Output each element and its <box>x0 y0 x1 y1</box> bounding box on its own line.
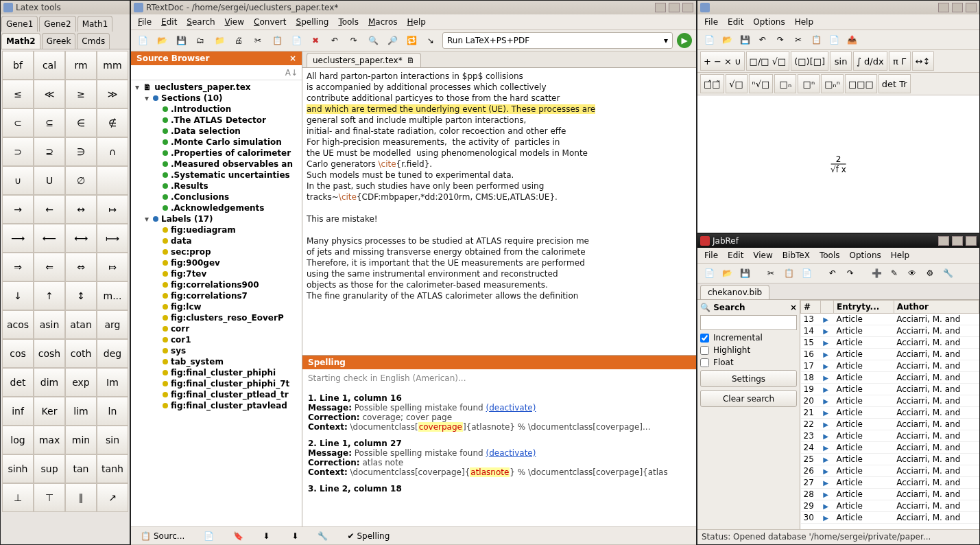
symbol-button[interactable]: ∋ <box>65 137 97 166</box>
symbol-button[interactable]: ≪ <box>34 80 65 108</box>
copy-icon[interactable]: 📋 <box>781 266 796 281</box>
symbol-button[interactable]: ↕ <box>65 281 97 310</box>
formula-symbol-button[interactable]: √□ <box>726 74 748 93</box>
symbol-button[interactable]: ⇒ <box>2 253 34 281</box>
symbol-button[interactable]: m... <box>97 281 128 310</box>
tree-item[interactable]: corr <box>134 323 302 334</box>
undo-icon[interactable]: ↶ <box>327 33 342 48</box>
minimize-button[interactable] <box>655 3 666 12</box>
open-icon[interactable]: 📂 <box>719 266 734 281</box>
tree-item[interactable]: .Data selection <box>134 126 302 137</box>
formula-canvas[interactable]: 2 √f x <box>697 95 979 233</box>
menu-bibtex[interactable]: BibTeX <box>778 249 814 262</box>
file-tab[interactable]: ueclusters_paper.tex* 🗎 <box>307 53 421 67</box>
menu-help[interactable]: Help <box>887 249 913 262</box>
float-checkbox[interactable]: Float <box>700 358 797 367</box>
save-icon[interactable]: 💾 <box>737 266 752 281</box>
add-entry-icon[interactable]: ➕ <box>869 266 884 281</box>
symbol-button[interactable]: asin <box>34 310 65 339</box>
symbol-button[interactable]: ↗ <box>97 483 128 512</box>
table-row[interactable]: 23ArticleAcciarri, M. and <box>801 430 979 442</box>
formula-symbol-button[interactable]: □ⁿ <box>798 74 820 93</box>
bib-tab[interactable]: chekanov.bib <box>700 285 769 299</box>
open-file-icon[interactable]: 📂 <box>154 33 169 48</box>
table-row[interactable]: 13ArticleAcciarri, M. and <box>801 314 979 325</box>
menu-edit[interactable]: Edit <box>157 16 181 28</box>
jabref-table[interactable]: #Entryty...Author13ArticleAcciarri, M. a… <box>800 300 979 529</box>
table-row[interactable]: 24ArticleAcciarri, M. and <box>801 442 979 454</box>
tab-math2[interactable]: Math2 <box>1 33 40 49</box>
column-header[interactable]: Entryty... <box>833 301 894 314</box>
save-icon[interactable]: 💾 <box>174 33 189 48</box>
formula-titlebar[interactable] <box>697 1 979 14</box>
symbol-button[interactable]: ≥ <box>65 80 97 108</box>
tree-item[interactable]: fig:900gev <box>134 257 302 268</box>
tree-item[interactable]: sys <box>134 345 302 356</box>
symbol-button[interactable]: log <box>2 426 34 454</box>
bottom-tab-2[interactable]: 📄 <box>200 529 218 543</box>
tree-item[interactable]: ▾Labels (17) <box>134 213 302 224</box>
menu-file[interactable]: File <box>134 16 156 28</box>
tree-item[interactable]: .Acknowledgements <box>134 202 302 213</box>
tree-item[interactable]: .The ATLAS Detector <box>134 115 302 126</box>
symbol-button[interactable]: ← <box>34 195 65 224</box>
formula-symbol-button[interactable]: det Tr <box>879 74 911 93</box>
paste-icon[interactable]: 📄 <box>289 33 304 48</box>
menu-macros[interactable]: Macros <box>364 16 402 28</box>
menu-edit[interactable]: Edit <box>724 249 748 262</box>
symbol-button[interactable]: ⊆ <box>34 108 65 137</box>
cut-icon[interactable]: ✂ <box>791 32 806 47</box>
tree-item[interactable]: .Results <box>134 181 302 192</box>
bottom-tab-source[interactable]: 📋 Sourc... <box>136 529 189 543</box>
tree-item[interactable]: fig:final_cluster_phiphi_7t <box>134 378 302 389</box>
save-all-icon[interactable]: 🗂 <box>193 33 208 48</box>
formula-symbol-button[interactable]: ↔↕ <box>912 51 934 71</box>
symbol-button[interactable]: exp <box>65 368 97 397</box>
rtextdoc-menubar[interactable]: FileEditSearchViewConvertSpellingToolsMa… <box>131 14 696 30</box>
tree-item[interactable]: fig:final_cluster_phiphi <box>134 367 302 378</box>
column-header[interactable] <box>820 301 833 314</box>
cut-icon[interactable]: ✂ <box>250 33 265 48</box>
symbol-button[interactable]: deg <box>97 339 128 368</box>
symbol-button[interactable]: Ker <box>34 397 65 426</box>
tree-item[interactable]: fig:final_cluster_ptavlead <box>134 400 302 411</box>
symbol-button[interactable]: ⟷ <box>65 224 97 253</box>
symbol-button[interactable]: arg <box>97 310 128 339</box>
symbol-button[interactable]: bf <box>2 51 34 80</box>
run-button[interactable]: ▶ <box>677 33 692 48</box>
symbol-button[interactable]: ↔ <box>65 195 97 224</box>
column-header[interactable]: Author <box>894 301 979 314</box>
incremental-checkbox[interactable]: Incremental <box>700 333 797 343</box>
copy-icon[interactable]: 📋 <box>270 33 285 48</box>
table-row[interactable]: 30ArticleAcciarri, M. and <box>801 512 979 524</box>
formula-symbol-button[interactable]: □/□ √□ <box>746 51 790 71</box>
symbol-button[interactable]: ↦ <box>97 195 128 224</box>
symbol-button[interactable]: ↓ <box>2 281 34 310</box>
menu-tools[interactable]: Tools <box>334 16 363 28</box>
symbol-button[interactable]: ⊤ <box>34 483 65 512</box>
tab-math1[interactable]: Math1 <box>77 16 113 32</box>
tree-item[interactable]: .Properties of calorimeter <box>134 148 302 159</box>
symbol-button[interactable]: Im <box>97 368 128 397</box>
symbol-button[interactable]: ≫ <box>97 80 128 108</box>
menu-edit[interactable]: Edit <box>724 16 748 28</box>
bottom-tab-3[interactable]: 🔖 <box>229 529 248 543</box>
copy-icon[interactable]: 📋 <box>809 32 824 47</box>
symbol-button[interactable]: min <box>65 426 97 454</box>
column-header[interactable]: # <box>801 301 821 314</box>
undo-icon[interactable]: ↶ <box>825 266 840 281</box>
settings-icon[interactable]: ⚙ <box>922 266 937 281</box>
symbol-button[interactable]: lim <box>65 397 97 426</box>
symbol-button[interactable]: ⇔ <box>65 253 97 281</box>
open-icon[interactable]: 📂 <box>719 32 734 47</box>
symbol-button[interactable]: ∩ <box>97 137 128 166</box>
tree-item[interactable]: fig:7tev <box>134 268 302 279</box>
symbol-button[interactable]: ↑ <box>34 281 65 310</box>
formula-symbol-button[interactable]: ∫ d/dx <box>853 51 887 71</box>
cut-icon[interactable]: ✂ <box>763 266 778 281</box>
highlight-checkbox[interactable]: Highlight <box>700 345 797 355</box>
table-row[interactable]: 27ArticleAcciarri, M. and <box>801 477 979 489</box>
undo-icon[interactable]: ↶ <box>755 32 770 47</box>
export-icon[interactable]: 📤 <box>844 32 859 47</box>
tools-icon[interactable]: 🔧 <box>940 266 955 281</box>
